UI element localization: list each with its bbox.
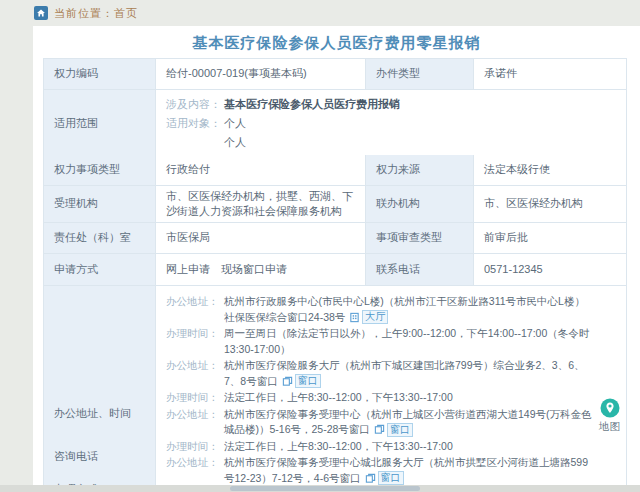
- office-line: 办公地址： 杭州市医疗保险服务大厅（杭州市下城区建国北路799号）综合业务2、3…: [166, 358, 592, 389]
- office-address-text: 杭州市行政服务中心(市民中心L楼)（杭州市江干区新业路311号市民中心L楼）社保…: [224, 294, 592, 325]
- table-row: 办公地址、时间 办公地址： 杭州市行政服务中心(市民中心L楼)（杭州市江干区新业…: [44, 286, 626, 441]
- scrollbar-thumb[interactable]: [230, 486, 420, 491]
- field-label-inquiry-phone: 咨询电话: [44, 441, 156, 472]
- field-label-contact-phone: 联系电话: [366, 254, 474, 285]
- window-icon: [365, 473, 376, 484]
- office-time-label: 办理时间：: [166, 439, 224, 455]
- horizontal-scrollbar[interactable]: [0, 485, 640, 492]
- office-line: 办公地址： 杭州市医疗保险事务受理中心城北服务大厅（杭州市拱墅区小河街道上塘路5…: [166, 455, 592, 486]
- page-title: 基本医疗保险参保人员医疗费用零星报销: [33, 26, 640, 58]
- office-address-label: 办公地址：: [166, 407, 224, 423]
- scope-target-2: 个人: [224, 134, 246, 151]
- window-link[interactable]: 窗口: [365, 471, 404, 485]
- scope-content: 基本医疗保险参保人员医疗费用报销: [224, 96, 400, 113]
- window-link[interactable]: 窗口: [282, 374, 321, 388]
- office-address-label: 办公地址：: [166, 358, 224, 374]
- field-value-accepting-org: 市、区医保经办机构，拱墅、西湖、下沙街道人力资源和社会保障服务机构: [156, 186, 366, 222]
- detail-card: 基本医疗保险参保人员医疗费用零星报销 权力编码 给付-00007-019(事项基…: [33, 26, 640, 486]
- window-icon: [374, 424, 385, 435]
- map-pin-icon: [600, 398, 620, 418]
- field-label-accepting-org: 受理机构: [44, 186, 156, 222]
- hall-icon: [349, 312, 360, 323]
- office-address-text: 杭州市医疗保险事务受理中心城北服务大厅（杭州市拱墅区小河街道上塘路599号12-…: [224, 455, 592, 486]
- office-line: 办理时间： 法定工作日，上午8:30--12:00，下午13:30--17:00: [166, 390, 592, 406]
- field-label-power-code: 权力编码: [44, 59, 156, 89]
- field-value-scope: 涉及内容： 基本医疗保险参保人员医疗费用报销 适用对象： 个人 个人: [156, 90, 626, 157]
- table-row: 申请方式 网上申请 现场窗口申请 联系电话 0571-12345: [44, 254, 626, 286]
- office-address-label: 办公地址：: [166, 294, 224, 310]
- map-button[interactable]: 地图: [599, 398, 620, 434]
- office-time-text: 周一至周日（除法定节日以外），上午9:00--12:00，下午14:00--17…: [224, 326, 592, 357]
- home-icon: [34, 6, 48, 20]
- field-value-review-type: 前审后批: [474, 223, 626, 253]
- window-icon: [282, 376, 293, 387]
- table-row: 权力事项类型 行政给付 权力来源 法定本级行使: [44, 155, 626, 186]
- field-label-apply-method: 申请方式: [44, 254, 156, 285]
- field-value-contact-phone: 0571-12345: [474, 254, 626, 285]
- field-label-scope: 适用范围: [44, 90, 156, 157]
- office-address-label: 办公地址：: [166, 455, 224, 471]
- office-address-text: 杭州市医疗保险事务受理中心（杭州市上城区小营街道西湖大道149号(万科金色城品楼…: [224, 407, 592, 438]
- scope-target-1: 个人: [224, 115, 246, 132]
- detail-table: 权力编码 给付-00007-019(事项基本码) 办件类型 承诺件 适用范围 涉…: [43, 58, 627, 492]
- office-line: 办公地址： 杭州市医疗保险事务受理中心（杭州市上城区小营街道西湖大道149号(万…: [166, 407, 592, 438]
- field-label-joint-org: 联办机构: [366, 186, 474, 222]
- office-time-text: 法定工作日，上午8:30--12:00，下午13:30--17:00: [224, 390, 592, 406]
- table-row: 责任处（科）室 市医保局 事项审查类型 前审后批: [44, 223, 626, 254]
- window-link[interactable]: 窗口: [374, 423, 413, 437]
- table-row: 权力编码 给付-00007-019(事项基本码) 办件类型 承诺件: [44, 59, 626, 90]
- hall-link[interactable]: 大厅: [349, 310, 388, 324]
- map-label: 地图: [599, 419, 620, 434]
- field-label-review-type: 事项审查类型: [366, 223, 474, 253]
- office-time-label: 办理时间：: [166, 390, 224, 406]
- breadcrumb-link[interactable]: 当前位置：首页: [54, 6, 138, 21]
- field-label-power-source: 权力来源: [366, 155, 474, 185]
- field-value-power-code: 给付-00007-019(事项基本码): [156, 59, 366, 89]
- field-label-item-type: 办件类型: [366, 59, 474, 89]
- field-value-power-type: 行政给付: [156, 155, 366, 185]
- office-line: 办理时间： 法定工作日，上午8:30--12:00，下午13:30--17:00: [166, 439, 592, 455]
- table-row: 受理机构 市、区医保经办机构，拱墅、西湖、下沙街道人力资源和社会保障服务机构 联…: [44, 186, 626, 223]
- office-line: 办理时间： 周一至周日（除法定节日以外），上午9:00--12:00，下午14:…: [166, 326, 592, 357]
- field-value-joint-org: 市、区医保经办机构: [474, 186, 626, 222]
- field-value-responsible-office: 市医保局: [156, 223, 366, 253]
- office-address-text: 杭州市医疗保险服务大厅（杭州市下城区建国北路799号）综合业务2、3、6、7、8…: [224, 358, 592, 389]
- scope-content-label: 涉及内容：: [166, 96, 224, 113]
- office-time-label: 办理时间：: [166, 326, 224, 342]
- office-line: 办公地址： 杭州市行政服务中心(市民中心L楼)（杭州市江干区新业路311号市民中…: [166, 294, 592, 325]
- scope-target-label: 适用对象：: [166, 115, 224, 132]
- field-value-power-source: 法定本级行使: [474, 155, 626, 185]
- field-value-item-type: 承诺件: [474, 59, 626, 89]
- field-label-responsible-office: 责任处（科）室: [44, 223, 156, 253]
- field-value-apply-method: 网上申请 现场窗口申请: [156, 254, 366, 285]
- office-time-text: 法定工作日，上午8:30--12:00，下午13:30--17:00: [224, 439, 592, 455]
- breadcrumb: 当前位置：首页: [34, 5, 138, 21]
- field-value-office-address-time: 办公地址： 杭州市行政服务中心(市民中心L楼)（杭州市江干区新业路311号市民中…: [156, 286, 626, 492]
- field-label-power-type: 权力事项类型: [44, 155, 156, 185]
- table-row: 适用范围 涉及内容： 基本医疗保险参保人员医疗费用报销 适用对象： 个人 个人: [44, 90, 626, 155]
